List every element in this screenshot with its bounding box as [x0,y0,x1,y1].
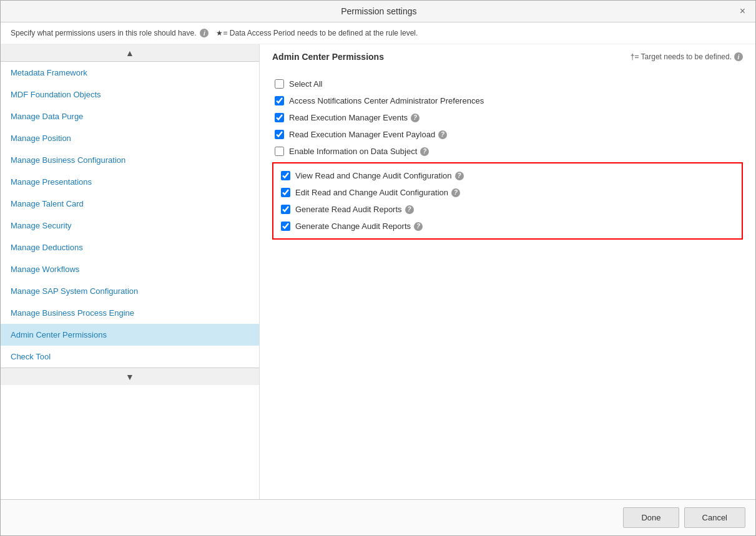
sidebar: ▲ Metadata Framework MDF Foundation Obje… [1,44,260,499]
sidebar-item-manage-deductions[interactable]: Manage Deductions [1,236,259,258]
permission-item-read-execution-payload: Read Execution Manager Event Payload ? [272,126,743,143]
label-text-enable-information: Enable Information on Data Subject [289,147,417,156]
dialog-footer: Done Cancel [1,499,755,535]
content-header: Admin Center Permissions †= Target needs… [272,52,743,67]
label-text-read-execution-payload: Read Execution Manager Event Payload [289,130,435,139]
permission-item-generate-change-audit: Generate Change Audit Reports ? [278,218,737,235]
permission-item-generate-read-audit: Generate Read Audit Reports ? [278,201,737,218]
sidebar-item-manage-presentations[interactable]: Manage Presentations [1,171,259,193]
subtitle-info-icon[interactable]: i [200,29,209,37]
label-enable-information: Enable Information on Data Subject ? [289,147,429,156]
sidebar-item-admin-center-permissions[interactable]: Admin Center Permissions [1,324,259,346]
info-icon-edit-audit[interactable]: ? [451,188,460,197]
checkbox-read-execution-events[interactable] [275,113,284,122]
permission-item-enable-information: Enable Information on Data Subject ? [272,143,743,160]
scroll-down-button[interactable]: ▼ [1,368,259,385]
cancel-button[interactable]: Cancel [684,507,745,528]
sidebar-item-manage-business-configuration[interactable]: Manage Business Configuration [1,149,259,171]
subtitle-text: Specify what permissions users in this r… [11,29,196,37]
scroll-up-button[interactable]: ▲ [1,44,259,62]
highlight-box: View Read and Change Audit Configuration… [272,162,743,240]
checkbox-access-notifications[interactable] [275,96,284,105]
dialog-subtitle: Specify what permissions users in this r… [1,22,755,44]
dialog-titlebar: Permission settings × [1,1,755,22]
info-icon-generate-read-audit[interactable]: ? [405,205,414,214]
label-view-audit: View Read and Change Audit Configuration… [295,171,464,180]
label-read-execution-events: Read Execution Manager Events ? [289,113,420,122]
label-text-access-notifications: Access Notifications Center Administrato… [289,96,484,105]
permissions-list: Select All Access Notifications Center A… [272,76,743,240]
target-note: †= Target needs to be defined. i [631,52,743,61]
label-text-edit-audit: Edit Read and Change Audit Configuration [295,188,448,197]
permission-item-view-audit: View Read and Change Audit Configuration… [278,167,737,184]
close-button[interactable]: × [737,6,748,17]
checkbox-edit-audit[interactable] [281,188,290,197]
label-generate-read-audit: Generate Read Audit Reports ? [295,205,414,214]
target-note-info-icon[interactable]: i [734,52,743,61]
label-select-all: Select All [289,79,322,89]
label-access-notifications: Access Notifications Center Administrato… [289,96,484,105]
info-icon-generate-change-audit[interactable]: ? [414,222,423,231]
star-note: ★= Data Access Period needs to be define… [216,29,418,37]
info-icon-enable-information[interactable]: ? [420,147,429,156]
checkbox-view-audit[interactable] [281,171,290,180]
label-read-execution-payload: Read Execution Manager Event Payload ? [289,130,447,139]
done-button[interactable]: Done [623,507,679,528]
dialog-body: ▲ Metadata Framework MDF Foundation Obje… [1,44,755,499]
info-icon-view-audit[interactable]: ? [455,172,464,180]
permission-item-access-notifications: Access Notifications Center Administrato… [272,92,743,109]
label-text-generate-read-audit: Generate Read Audit Reports [295,205,402,214]
permission-item-select-all: Select All [272,76,743,92]
permission-item-edit-audit: Edit Read and Change Audit Configuration… [278,184,737,201]
info-icon-read-execution-payload[interactable]: ? [438,130,447,139]
sidebar-items: Metadata Framework MDF Foundation Object… [1,62,259,368]
sidebar-item-manage-business-process-engine[interactable]: Manage Business Process Engine [1,302,259,324]
label-edit-audit: Edit Read and Change Audit Configuration… [295,188,460,197]
dialog-title: Permission settings [21,6,737,16]
sidebar-item-mdf-foundation-objects[interactable]: MDF Foundation Objects [1,84,259,105]
checkbox-generate-change-audit[interactable] [281,222,290,231]
label-text-view-audit: View Read and Change Audit Configuration [295,171,452,180]
target-note-text: †= Target needs to be defined. [631,52,732,61]
sidebar-item-manage-position[interactable]: Manage Position [1,127,259,149]
sidebar-item-manage-sap-system-configuration[interactable]: Manage SAP System Configuration [1,280,259,302]
label-text-read-execution-events: Read Execution Manager Events [289,113,408,122]
content-title: Admin Center Permissions [272,52,384,62]
permission-settings-dialog: Permission settings × Specify what permi… [0,0,756,536]
label-generate-change-audit: Generate Change Audit Reports ? [295,222,423,231]
permission-item-read-execution-events: Read Execution Manager Events ? [272,109,743,126]
sidebar-item-manage-security[interactable]: Manage Security [1,215,259,236]
label-text-generate-change-audit: Generate Change Audit Reports [295,222,411,231]
main-content: Admin Center Permissions †= Target needs… [260,44,755,499]
info-icon-read-execution-events[interactable]: ? [411,114,420,122]
sidebar-item-check-tool[interactable]: Check Tool [1,346,259,368]
sidebar-item-manage-talent-card[interactable]: Manage Talent Card [1,193,259,215]
checkbox-enable-information[interactable] [275,147,284,156]
checkbox-select-all[interactable] [275,79,284,89]
sidebar-item-metadata-framework[interactable]: Metadata Framework [1,62,259,84]
label-text-select-all: Select All [289,79,322,89]
sidebar-item-manage-workflows[interactable]: Manage Workflows [1,258,259,280]
sidebar-item-manage-data-purge[interactable]: Manage Data Purge [1,105,259,127]
checkbox-read-execution-payload[interactable] [275,130,284,139]
checkbox-generate-read-audit[interactable] [281,205,290,214]
